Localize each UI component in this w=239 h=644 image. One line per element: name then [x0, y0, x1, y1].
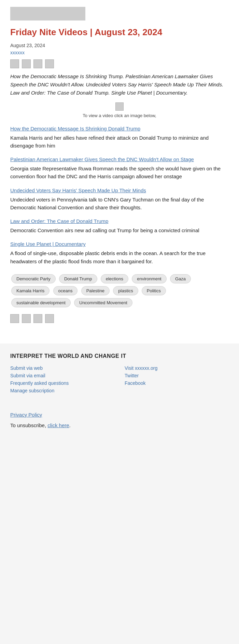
tag-environment[interactable]: environment [132, 274, 167, 283]
social-icon-2[interactable] [22, 59, 31, 68]
article-link-2[interactable]: Palestinian American Lawmaker Gives Spee… [10, 156, 229, 163]
footer-link-submit-web[interactable]: Submit via web [10, 365, 114, 371]
tag-plastics[interactable]: plastics [113, 286, 138, 295]
slogan-text: INTERPRET THE WORLD AND CHANGE IT [10, 353, 229, 359]
article-desc-1: Kamala Harris and her allies have refine… [10, 135, 209, 149]
privacy-policy-link[interactable]: Privacy Policy [10, 412, 42, 418]
footer-section: INTERPRET THE WORLD AND CHANGE IT Submit… [0, 344, 239, 406]
article-desc-3: Undecided voters in Pennsylvania talk to… [10, 197, 204, 210]
article-item-2: Palestinian American Lawmaker Gives Spee… [10, 156, 229, 181]
article-link-4[interactable]: Law and Order: The Case of Donald Trump [10, 218, 229, 225]
article-desc-2: Georgia state Representative Ruwa Romman… [10, 166, 221, 179]
author-link[interactable]: xxxxxx [10, 50, 25, 55]
social-icons-top [10, 59, 229, 68]
article-item-5: Single Use Planet | Documentary A flood … [10, 240, 229, 265]
article-desc-5: A flood of single-use, disposable plasti… [10, 250, 206, 264]
unsubscribe-link[interactable]: click here [47, 422, 69, 428]
privacy-section: Privacy Policy To unsubscribe, click her… [0, 406, 239, 435]
footer-link-faq[interactable]: Frequently asked questions [10, 380, 114, 386]
article-link-3[interactable]: Undecided Voters Say Harris' Speech Made… [10, 187, 229, 194]
tag-oceans[interactable]: oceans [53, 286, 78, 295]
intro-text: How the Democratic Message Is Shrinking … [10, 72, 229, 97]
video-caption-text: To view a video click an image below, [10, 113, 229, 118]
article-item-4: Law and Order: The Case of Donald Trump … [10, 218, 229, 234]
tag-kamala-harris[interactable]: Kamala Harris [11, 286, 50, 295]
social-icon-4[interactable] [45, 59, 54, 68]
article-item-3: Undecided Voters Say Harris' Speech Made… [10, 187, 229, 212]
video-thumbnail-placeholder [115, 102, 124, 111]
unsubscribe-prefix: To unsubscribe, [10, 422, 46, 428]
header-logo [10, 7, 85, 20]
footer-social-icon-4[interactable] [45, 314, 54, 323]
publish-date: August 23, 2024 [10, 43, 229, 48]
unsubscribe-suffix: . [69, 422, 71, 428]
tag-sustainable-development[interactable]: sustainable development [11, 298, 71, 307]
article-item-1: How the Democratic Message Is Shrinking … [10, 125, 229, 150]
footer-social-icon-1[interactable] [10, 314, 19, 323]
social-icon-3[interactable] [33, 59, 42, 68]
article-title[interactable]: Friday Nite Videos | August 23, 2024 [10, 27, 229, 38]
tag-democratic-party[interactable]: Democratic Party [11, 274, 56, 283]
footer-link-facebook[interactable]: Facebook [125, 380, 229, 386]
main-content: Friday Nite Videos | August 23, 2024 Aug… [0, 0, 239, 344]
tags-section: Democratic Party Donald Trump elections … [10, 273, 229, 309]
footer-link-visit-org[interactable]: Visit xxxxxx.org [125, 365, 229, 371]
article-link-5[interactable]: Single Use Planet | Documentary [10, 240, 229, 248]
footer-link-manage-subscription[interactable]: Manage subscription [10, 388, 114, 393]
tag-gaza[interactable]: Gaza [170, 274, 191, 283]
tag-elections[interactable]: elections [101, 274, 128, 283]
tag-politics[interactable]: Politics [142, 286, 166, 295]
tag-donald-trump[interactable]: Donald Trump [59, 274, 97, 283]
video-caption-section: To view a video click an image below, [10, 102, 229, 118]
article-link-1[interactable]: How the Democratic Message Is Shrinking … [10, 125, 229, 132]
social-icons-bottom [10, 314, 229, 323]
tag-uncommitted-movement[interactable]: Uncommitted Movement [74, 298, 132, 307]
footer-link-twitter[interactable]: Twitter [125, 373, 229, 378]
footer-link-submit-email[interactable]: Submit via email [10, 373, 114, 378]
footer-social-icon-2[interactable] [22, 314, 31, 323]
footer-social-icon-3[interactable] [33, 314, 42, 323]
articles-list: How the Democratic Message Is Shrinking … [10, 125, 229, 265]
tag-palestine[interactable]: Palestine [81, 286, 110, 295]
unsubscribe-text: To unsubscribe, click here. [10, 422, 229, 428]
article-desc-4: Democratic Convention airs new ad callin… [10, 227, 199, 233]
footer-links: Submit via web Visit xxxxxx.org Submit v… [10, 365, 229, 393]
social-icon-1[interactable] [10, 59, 19, 68]
